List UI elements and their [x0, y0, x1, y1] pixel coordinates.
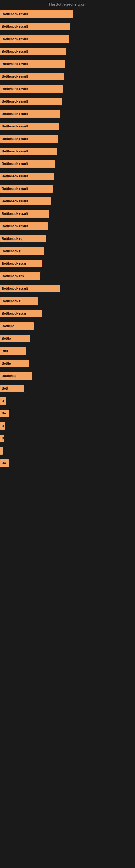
bar-27: Bott	[0, 347, 26, 355]
bar-row: Bottleneck result	[0, 173, 135, 180]
bar-label-9: Bottleneck result	[2, 124, 28, 128]
bar-label-7: Bottleneck result	[2, 99, 28, 103]
bar-34: B	[0, 435, 4, 442]
bar-row: Bottleneck result	[0, 60, 135, 68]
bar-label-0: Bottleneck result	[2, 12, 28, 16]
bar-32: Bo	[0, 410, 9, 417]
bar-row: Bott	[0, 347, 135, 355]
bar-row: Bottle	[0, 335, 135, 342]
bars-container: Bottleneck resultBottleneck resultBottle…	[0, 8, 135, 475]
bar-row: B	[0, 422, 135, 430]
bar-label-29: Bottlenec	[2, 374, 16, 378]
bar-14: Bottleneck result	[0, 185, 53, 193]
bar-0: Bottleneck result	[0, 10, 73, 18]
bar-8: Bottleneck result	[0, 110, 60, 118]
bar-label-5: Bottleneck result	[2, 74, 28, 79]
bar-label-32: Bo	[2, 411, 6, 415]
bar-label-28: Bottle	[2, 362, 11, 365]
bar-17: Bottleneck result	[0, 222, 48, 230]
bar-label-33: B	[2, 424, 4, 428]
bar-row: B	[0, 397, 135, 405]
bar-label-14: Bottleneck result	[2, 187, 28, 191]
bar-label-26: Bottle	[2, 337, 11, 340]
bar-label-17: Bottleneck result	[2, 224, 28, 228]
bar-row: Bottle	[0, 360, 135, 367]
bar-row: Bo	[0, 460, 135, 467]
bar-3: Bottleneck result	[0, 48, 66, 55]
bar-row: Bo	[0, 410, 135, 417]
bar-20: Bottleneck resu	[0, 260, 42, 268]
bar-row: Bottleneck result	[0, 160, 135, 167]
bar-6: Bottleneck result	[0, 85, 63, 93]
bar-row: Bottleneck r	[0, 297, 135, 305]
bar-26: Bottle	[0, 335, 30, 342]
bar-23: Bottleneck r	[0, 297, 38, 305]
bar-10: Bottleneck result	[0, 135, 58, 143]
bar-label-21: Bottleneck res	[2, 274, 24, 278]
site-title: TheBottlenecker.com	[0, 0, 135, 8]
bar-12: Bottleneck result	[0, 160, 55, 167]
bar-row: Bott	[0, 384, 135, 392]
bar-label-24: Bottleneck resu	[2, 312, 26, 315]
bar-row: Bottlenec	[0, 372, 135, 380]
bar-label-31: B	[2, 399, 4, 403]
bar-row: Bottleneck result	[0, 98, 135, 105]
bar-label-12: Bottleneck result	[2, 162, 28, 166]
bar-label-27: Bott	[2, 349, 8, 353]
bar-row: Bottlene	[0, 322, 135, 330]
bar-row: Bottleneck resu	[0, 260, 135, 268]
bar-label-3: Bottleneck result	[2, 50, 28, 54]
bar-row: Bottleneck result	[0, 73, 135, 80]
bar-29: Bottlenec	[0, 372, 32, 380]
bar-label-36: Bo	[2, 461, 6, 465]
bar-row: Bottleneck result	[0, 285, 135, 292]
bar-11: Bottleneck result	[0, 148, 57, 155]
bar-row: Bottleneck result	[0, 85, 135, 93]
bar-31: B	[0, 397, 6, 405]
bar-label-8: Bottleneck result	[2, 112, 28, 116]
bar-label-6: Bottleneck result	[2, 87, 28, 91]
bar-18: Bottleneck re	[0, 235, 46, 243]
bar-25: Bottlene	[0, 322, 34, 330]
bar-36: Bo	[0, 460, 9, 467]
bar-label-11: Bottleneck result	[2, 150, 28, 153]
bar-24: Bottleneck resu	[0, 310, 42, 317]
bar-row: Bottleneck result	[0, 35, 135, 43]
bar-row: Bottleneck result	[0, 148, 135, 155]
bar-label-25: Bottlene	[2, 324, 14, 328]
bar-22: Bottleneck result	[0, 285, 60, 292]
bar-label-2: Bottleneck result	[2, 37, 28, 41]
bar-row: Bottleneck result	[0, 48, 135, 55]
bar-row: Bottleneck re	[0, 235, 135, 243]
bar-row: Bottleneck result	[0, 23, 135, 30]
bar-label-1: Bottleneck result	[2, 25, 28, 29]
bar-label-16: Bottleneck result	[2, 212, 28, 216]
bar-row	[0, 447, 135, 455]
bar-9: Bottleneck result	[0, 123, 59, 130]
bar-21: Bottleneck res	[0, 272, 41, 280]
bar-row: Bottleneck result	[0, 110, 135, 118]
bar-4: Bottleneck result	[0, 60, 65, 68]
bar-30: Bott	[0, 384, 24, 392]
bar-15: Bottleneck result	[0, 197, 51, 205]
bar-label-22: Bottleneck result	[2, 287, 28, 290]
bar-19: Bottleneck r	[0, 247, 44, 255]
bar-row: Bottleneck result	[0, 210, 135, 218]
bar-28: Bottle	[0, 360, 29, 367]
bar-35	[0, 447, 3, 455]
bar-33: B	[0, 422, 5, 430]
bar-row: Bottleneck result	[0, 135, 135, 143]
bar-label-30: Bott	[2, 386, 8, 390]
bar-label-4: Bottleneck result	[2, 62, 28, 66]
bar-13: Bottleneck result	[0, 173, 54, 180]
bar-row: Bottleneck result	[0, 185, 135, 193]
bar-label-15: Bottleneck result	[2, 199, 28, 203]
bar-5: Bottleneck result	[0, 73, 64, 80]
bar-row: Bottleneck r	[0, 247, 135, 255]
bar-label-23: Bottleneck r	[2, 299, 20, 303]
bar-row: Bottleneck result	[0, 123, 135, 130]
bar-row: Bottleneck result	[0, 10, 135, 18]
bar-row: B	[0, 435, 135, 442]
bar-row: Bottleneck result	[0, 222, 135, 230]
bar-label-13: Bottleneck result	[2, 175, 28, 178]
